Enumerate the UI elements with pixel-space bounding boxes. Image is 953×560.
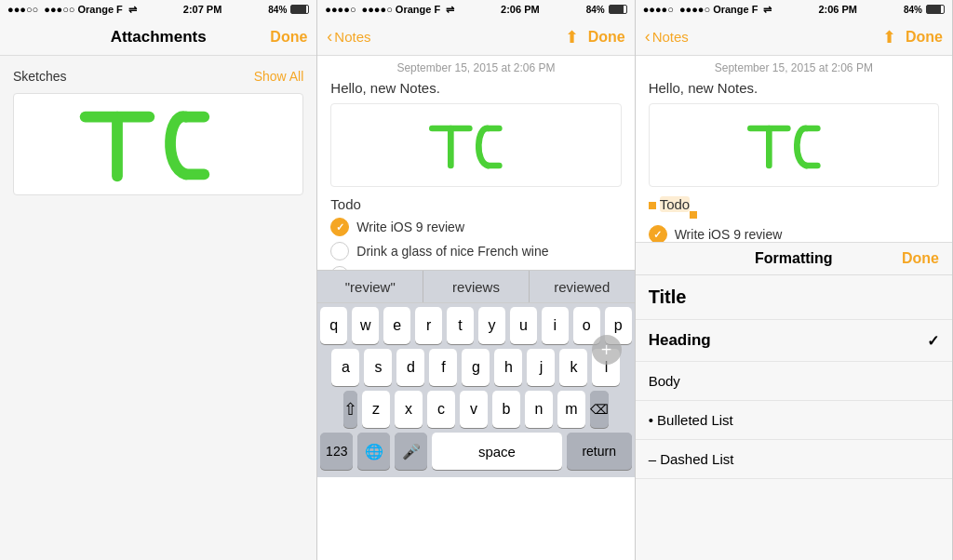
todo-item-3-0: Write iOS 9 review [649,225,939,242]
share-icon-3[interactable]: ⬆ [882,27,896,47]
formatting-done-button[interactable]: Done [842,250,939,267]
key-t[interactable]: t [447,307,474,344]
key-s[interactable]: s [364,349,392,386]
done-button-1[interactable]: Done [270,29,307,46]
carrier-1: ●●●○○ ●●●○○ Orange F ⇌ [7,4,137,16]
format-label-title: Title [649,287,687,308]
key-v[interactable]: v [460,391,488,428]
attachments-content: Sketches Show All [0,56,316,560]
nav-bar-3: ‹ Notes ⬆ Done [636,19,952,56]
autocomplete-2[interactable]: reviewed [530,271,635,302]
formatting-header: Formatting Done [636,243,952,275]
format-label-bulleted: • Bulleted List [649,412,733,428]
globe-key[interactable]: 🌐 [357,433,390,470]
back-button-2[interactable]: ‹ Notes [327,27,370,47]
key-w[interactable]: w [352,307,379,344]
note-content-2[interactable]: September 15, 2015 at 2:06 PM Hello, new… [317,56,634,270]
format-label-heading: Heading [649,331,711,350]
status-bar-2: ●●●●○ ●●●●○ Orange F ⇌ 2:06 PM 84% [317,0,634,19]
inline-sketch-svg-3 [738,113,850,178]
key-d[interactable]: d [396,349,424,386]
keyboard: q w e r t y u i o p a s d f g h j k l ⇧ … [317,303,634,477]
back-label-2: Notes [334,29,370,45]
wifi-3: ⇌ [763,4,772,16]
key-b[interactable]: b [492,391,520,428]
key-q[interactable]: q [320,307,347,344]
format-item-bulleted[interactable]: • Bulleted List [636,401,952,440]
carrier-3: ●●●●○ ●●●●○ Orange F ⇌ [643,4,772,16]
inline-sketch-3 [649,103,939,187]
sketch-thumbnail [13,93,303,195]
show-all-button[interactable]: Show All [254,69,304,84]
space-key[interactable]: space [432,433,562,470]
sketch-svg-1 [14,94,302,194]
battery-percent-1: 84% [268,5,287,15]
nav-actions-3: ⬆ Done [882,27,943,47]
time-3: 2:06 PM [818,4,857,15]
carrier-2: ●●●●○ ●●●●○ Orange F ⇌ [325,4,454,16]
return-key[interactable]: return [567,433,632,470]
format-item-dashed[interactable]: – Dashed List [636,440,952,479]
note-content-3[interactable]: September 15, 2015 at 2:06 PM Hello, new… [636,56,952,242]
autocomplete-bar: "review" reviews reviewed [317,270,634,303]
battery-area-2: 84% [586,5,627,15]
key-i[interactable]: i [542,307,569,344]
format-label-body: Body [649,373,680,389]
key-x[interactable]: x [395,391,423,428]
checkmark-icon: ✓ [927,332,939,350]
key-a[interactable]: a [331,349,359,386]
shift-key[interactable]: ⇧ [343,391,357,428]
back-button-3[interactable]: ‹ Notes [645,27,689,47]
delete-key[interactable]: ⌫ [590,391,609,428]
key-row-3: ⇧ z x c v b n m ⌫ [320,391,631,428]
battery-percent-2: 84% [586,5,605,15]
key-n[interactable]: n [525,391,553,428]
format-item-heading[interactable]: Heading ✓ [636,320,952,362]
key-m[interactable]: m [557,391,585,428]
battery-icon-3 [926,5,945,14]
autocomplete-0[interactable]: "review" [317,271,423,302]
battery-area-3: 84% [904,5,945,15]
key-y[interactable]: y [478,307,505,344]
carrier-text-1: ●●●○○ Orange F [44,4,123,15]
time-1: 2:07 PM [183,4,222,15]
signal-dots-2: ●●●●○ [325,4,356,15]
format-item-title[interactable]: Title [636,275,952,320]
status-bar-3: ●●●●○ ●●●●○ Orange F ⇌ 2:06 PM 84% [636,0,952,19]
autocomplete-1[interactable]: reviews [423,271,530,302]
key-r[interactable]: r [415,307,442,344]
key-z[interactable]: z [362,391,390,428]
done-button-2[interactable]: Done [588,29,625,46]
key-f[interactable]: f [429,349,457,386]
time-2: 2:06 PM [501,4,540,15]
key-u[interactable]: u [510,307,537,344]
battery-icon-1 [290,5,309,14]
key-j[interactable]: j [527,349,555,386]
todo-text-2-1: Drink a glass of nice French wine [356,244,548,259]
battery-icon-2 [609,5,627,14]
mic-key[interactable]: 🎤 [395,433,427,470]
todo-checkbox-2-0[interactable] [330,218,349,236]
todo-checkbox-2-1[interactable] [330,242,349,260]
nav-actions-2: ⬆ Done [565,27,625,47]
page-title-1: Attachments [111,28,207,47]
todo-item-2-1: Drink a glass of nice French wine [330,242,621,260]
todo-heading-3: Todo [660,196,691,212]
todo-heading-2: Todo [330,196,621,212]
key-e[interactable]: e [383,307,410,344]
key-row-1: q w e r t y u i o p [320,307,631,344]
share-icon-2[interactable]: ⬆ [565,27,579,47]
key-h[interactable]: h [494,349,522,386]
key-g[interactable]: g [462,349,490,386]
numbers-key[interactable]: 123 [320,433,353,470]
add-fab-button[interactable]: + [592,335,622,365]
format-item-body[interactable]: Body [636,362,952,401]
chevron-left-icon-3: ‹ [645,27,651,47]
key-k[interactable]: k [559,349,587,386]
key-row-2: a s d f g h j k l [320,349,631,386]
nav-bar-1: Attachments Done [0,19,316,56]
carrier-text-2: ●●●●○ Orange F [362,4,441,15]
todo-checkbox-3-0[interactable] [649,225,667,242]
key-c[interactable]: c [427,391,455,428]
done-button-3[interactable]: Done [906,29,943,46]
